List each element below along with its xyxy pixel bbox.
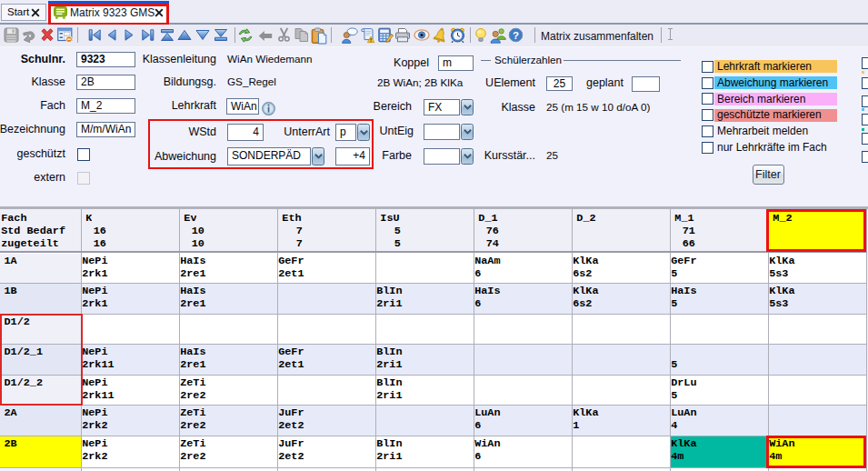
svg-text:?: ? <box>513 30 519 41</box>
